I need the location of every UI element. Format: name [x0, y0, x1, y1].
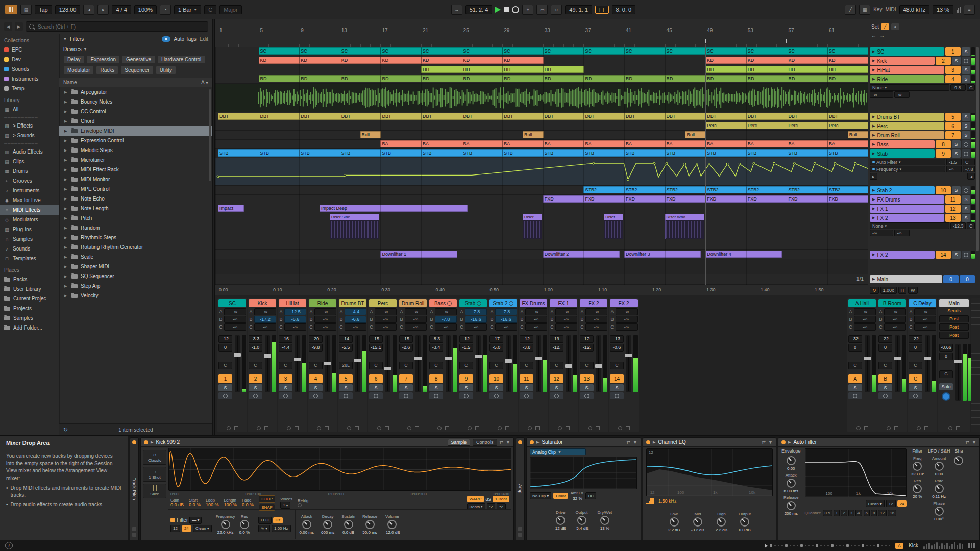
solo-button[interactable]: S [580, 384, 594, 391]
clip-stb2[interactable]: STB2 [787, 186, 828, 193]
filter-tag-modulator[interactable]: Modulator [63, 66, 94, 74]
solo-button[interactable]: S [249, 384, 262, 391]
clip-hh[interactable]: HH [502, 66, 544, 73]
mixer-track-title[interactable]: FX 2 [610, 299, 638, 307]
browser-item-midi-monitor[interactable]: ▶MIDI Monitor [59, 174, 212, 184]
play-button[interactable] [495, 7, 501, 13]
clip-stb[interactable]: STB [380, 149, 422, 157]
saturator-knob-output[interactable]: Output-5.4 dB [575, 510, 589, 531]
quantize-label[interactable]: Quantize [805, 511, 821, 515]
mixer-track-title[interactable]: A Hall [848, 299, 876, 307]
track-number-button[interactable]: 2 [249, 374, 262, 383]
send-amount[interactable]: -16.6 [465, 316, 487, 323]
clip-ba[interactable]: BA [665, 140, 706, 147]
lfo-knob-amount[interactable]: Amount0.00 [932, 456, 946, 477]
device-title-bar[interactable]: ▶ Auto Filter ⇄ ▼ [778, 438, 979, 447]
send-amount[interactable]: -6.6 [345, 316, 366, 323]
browser-item-step-arp[interactable]: ▶Step Arp [59, 281, 212, 291]
list-column-header[interactable]: Name A ▾ [59, 78, 212, 87]
env-knob-volume[interactable]: Volume-12.0 dB [384, 514, 400, 535]
clip-stb[interactable]: STB [259, 149, 300, 157]
circuit-menu[interactable]: Clean ▾ [193, 525, 212, 532]
sample-waveform-display[interactable] [168, 448, 511, 491]
loop-button[interactable]: LOOP [259, 495, 275, 503]
volume-field[interactable]: 0 [909, 344, 922, 352]
send-amount[interactable]: -7.8 [495, 308, 517, 315]
arm-icon[interactable] [962, 251, 970, 259]
mixer-track-title[interactable]: B Room [878, 299, 906, 307]
knob-dial[interactable] [935, 484, 944, 493]
param-length[interactable]: Length100 % [224, 498, 237, 508]
clip-dbt[interactable]: DBT [624, 113, 666, 120]
send-amount[interactable]: -∞ [495, 323, 517, 331]
send-amount[interactable]: -6.6 [284, 316, 306, 323]
loop-start-field[interactable]: 49. 1. 1 [565, 5, 592, 14]
clip-stb[interactable]: STB [746, 149, 788, 157]
record-button[interactable] [512, 6, 519, 13]
volume-field[interactable]: -0.6 [610, 344, 624, 352]
peak-level-field[interactable]: -16 [279, 335, 292, 343]
volume-fader[interactable] [506, 335, 511, 392]
punch-out-icon[interactable]: ○ [551, 5, 562, 15]
peak-level-field[interactable]: -8.3 [429, 335, 443, 343]
pan-field[interactable]: C [520, 362, 533, 369]
filter-tag-expression[interactable]: Expression [87, 55, 120, 64]
browser-item-cc-control[interactable]: ▶CC Control [59, 107, 212, 116]
fader-handle[interactable] [864, 357, 871, 360]
clip-dbt[interactable]: DBT [259, 113, 300, 120]
pan-field[interactable]: C [848, 362, 862, 369]
clip-stb[interactable]: STB [421, 149, 462, 157]
fold-icon[interactable]: ▶ [536, 440, 539, 444]
sidebar-collection-sounds[interactable]: Sounds [0, 64, 59, 74]
browser-item-shaper-midi[interactable]: ▶Shaper MIDI [59, 262, 212, 271]
knob-dial[interactable] [935, 507, 944, 516]
send-amount[interactable]: -∞ [314, 308, 336, 315]
clip-ba[interactable]: BA [421, 140, 462, 147]
back-arrow-icon[interactable]: ← [871, 33, 876, 38]
track-number-button[interactable]: 3 [279, 374, 292, 383]
clip-ba[interactable]: BA [827, 140, 868, 147]
post-toggle[interactable]: Post [939, 332, 969, 339]
send-amount[interactable]: -∞ [525, 323, 547, 331]
lfo-hz-button[interactable]: Hz [273, 517, 283, 523]
track-header-bass-8[interactable]: ▶Bass [870, 140, 935, 148]
clip-kd[interactable]: KD [462, 57, 503, 64]
knob-dial[interactable] [387, 520, 397, 529]
pan-field[interactable]: C [939, 370, 953, 378]
fader-handle[interactable] [354, 359, 361, 362]
track-number[interactable]: 3 [945, 66, 961, 74]
send-amount[interactable]: -∞ [405, 323, 427, 331]
volume-fader[interactable] [446, 335, 451, 392]
volume-field[interactable]: 0 [848, 344, 862, 352]
clip-dbt[interactable]: DBT [421, 113, 462, 120]
browser-item-rhythmic-steps[interactable]: ▶Rhythmic Steps [59, 233, 212, 242]
send-amount[interactable]: -∞ [345, 323, 366, 331]
clip-dbt[interactable]: DBT [340, 113, 381, 120]
sidebar-collection-instruments[interactable]: Instruments [0, 74, 59, 84]
volume-field[interactable]: -2.6 [399, 344, 413, 352]
fader-handle[interactable] [234, 353, 241, 357]
peak-level-field[interactable]: -0.66 [939, 344, 953, 352]
device-power-icon[interactable] [144, 440, 148, 444]
height-zoom-button[interactable]: H [898, 287, 907, 294]
clip-kd[interactable]: KD [259, 57, 300, 64]
send-amount[interactable]: -4.4 [345, 308, 366, 315]
clip-sc[interactable]: SC [665, 47, 706, 55]
filter-frequency-knob[interactable]: Frequency 22.0 kHz [216, 514, 235, 535]
tempo-field[interactable]: 128.00 [55, 5, 81, 14]
clip-rd[interactable]: RD [787, 75, 828, 82]
key-field-disabled[interactable]: C [204, 5, 216, 14]
mixer-track-title[interactable]: Bass [429, 299, 457, 307]
envelope-knob-release[interactable]: Release200 ms [783, 495, 798, 516]
solo-button[interactable]: S [962, 47, 970, 56]
send-amount[interactable]: -∞ [224, 308, 246, 315]
lane-value[interactable]: -9.8 [950, 84, 966, 91]
arm-button[interactable] [249, 392, 262, 399]
clip-mode-menu[interactable]: No Clip ▾ [530, 492, 551, 499]
clip-stb2[interactable]: STB2 [827, 186, 868, 193]
computer-midi-keyboard-icon[interactable]: ▦ [859, 5, 870, 15]
send-amount[interactable]: -∞ [465, 323, 487, 331]
peak-level-field[interactable]: -17 [489, 335, 503, 343]
filter-tag-utility[interactable]: Utility [156, 66, 176, 74]
send-amount[interactable]: -∞ [224, 323, 246, 331]
